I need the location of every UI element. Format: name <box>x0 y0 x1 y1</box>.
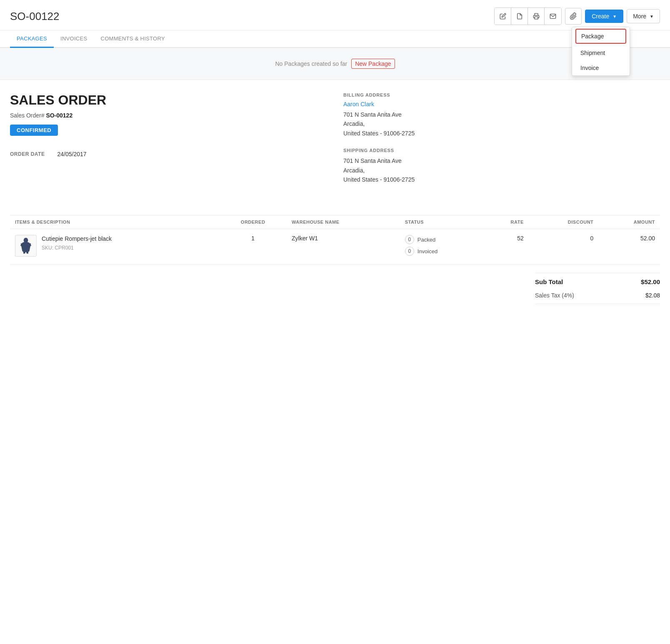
attach-button[interactable] <box>565 8 582 25</box>
product-info: Cutiepie Rompers-jet black SKU: CPR001 <box>15 235 214 257</box>
cell-amount: 52.00 <box>598 229 660 265</box>
packed-label: Packed <box>418 237 435 243</box>
cell-discount: 0 <box>529 229 599 265</box>
invoiced-count: 0 <box>405 247 414 256</box>
left-section: SALES ORDER Sales Order# SO-00122 CONFIR… <box>10 92 327 194</box>
order-date-label: ORDER DATE <box>10 151 45 157</box>
cell-item: Cutiepie Rompers-jet black SKU: CPR001 <box>10 229 219 265</box>
create-dropdown-menu: Package Shipment Invoice <box>572 27 630 76</box>
create-button[interactable]: Create ▼ <box>585 10 623 23</box>
billing-address-section: BILLING ADDRESS Aaron Clark 701 N Santa … <box>343 92 660 138</box>
toolbar-icon-group <box>494 7 562 25</box>
product-details: Cutiepie Rompers-jet black SKU: CPR001 <box>42 235 112 251</box>
right-section: BILLING ADDRESS Aaron Clark 701 N Santa … <box>343 92 660 194</box>
status-invoiced-row: 0 Invoiced <box>405 247 479 256</box>
cell-status: 0 Packed 0 Invoiced <box>400 229 484 265</box>
subtotal-row: Sub Total $52.00 <box>535 273 660 289</box>
packages-empty-state: No Packages created so far New Package <box>0 48 670 80</box>
order-number: Sales Order# SO-00122 <box>10 112 327 119</box>
billing-address-line2: Arcadia, <box>343 119 660 128</box>
invoiced-label: Invoiced <box>418 248 438 255</box>
billing-address-label: BILLING ADDRESS <box>343 92 660 97</box>
subtotal-value: $52.00 <box>641 278 660 285</box>
order-number-value: SO-00122 <box>46 112 72 119</box>
create-caret-icon: ▼ <box>612 14 617 19</box>
col-header-amount: AMOUNT <box>598 215 660 229</box>
totals-section: Sub Total $52.00 Sales Tax (4%) $2.08 <box>0 265 670 312</box>
col-header-status: STATUS <box>400 215 484 229</box>
tax-row: Sales Tax (4%) $2.08 <box>535 289 660 304</box>
dropdown-item-shipment[interactable]: Shipment <box>572 45 630 60</box>
new-package-link[interactable]: New Package <box>351 59 395 69</box>
billing-address-line3: United States - 91006-2725 <box>343 129 660 138</box>
main-content: SALES ORDER Sales Order# SO-00122 CONFIR… <box>0 80 670 207</box>
items-table: ITEMS & DESCRIPTION ORDERED WAREHOUSE NA… <box>10 215 660 265</box>
more-button-label: More <box>633 13 646 20</box>
table-header-row: ITEMS & DESCRIPTION ORDERED WAREHOUSE NA… <box>10 215 660 229</box>
edit-button[interactable] <box>495 8 511 25</box>
order-date-row: ORDER DATE 24/05/2017 <box>10 151 327 157</box>
shipping-address-section: SHIPPING ADDRESS 701 N Santa Anita Ave A… <box>343 148 660 184</box>
table-row: Cutiepie Rompers-jet black SKU: CPR001 1… <box>10 229 660 265</box>
shipping-address-line2: Arcadia, <box>343 166 660 175</box>
dropdown-item-invoice[interactable]: Invoice <box>572 60 630 75</box>
pdf-button[interactable] <box>511 8 528 25</box>
status-badge: CONFIRMED <box>10 125 58 136</box>
page-title: SO-00122 <box>10 10 60 23</box>
col-header-rate: RATE <box>484 215 529 229</box>
sales-order-heading: SALES ORDER <box>10 92 327 108</box>
billing-address-name[interactable]: Aaron Clark <box>343 101 660 107</box>
shipping-address-line1: 701 N Santa Anita Ave <box>343 156 660 165</box>
more-button[interactable]: More ▼ <box>627 9 660 23</box>
tax-value: $2.08 <box>645 292 660 299</box>
tab-invoices[interactable]: INVOICES <box>54 30 94 48</box>
status-packed-row: 0 Packed <box>405 235 479 244</box>
tab-packages[interactable]: PACKAGES <box>10 30 54 48</box>
svg-point-1 <box>24 238 28 243</box>
tabs-bar: PACKAGES INVOICES COMMENTS & HISTORY <box>0 30 670 48</box>
dropdown-item-package[interactable]: Package <box>575 29 626 44</box>
email-button[interactable] <box>545 8 561 25</box>
more-caret-icon: ▼ <box>650 14 654 19</box>
product-name: Cutiepie Rompers-jet black <box>42 235 112 243</box>
cell-rate: 52 <box>484 229 529 265</box>
svg-rect-0 <box>535 17 538 19</box>
col-header-discount: DISCOUNT <box>529 215 599 229</box>
totals-table: Sub Total $52.00 Sales Tax (4%) $2.08 <box>535 273 660 304</box>
col-header-item: ITEMS & DESCRIPTION <box>10 215 219 229</box>
packed-count: 0 <box>405 235 414 244</box>
print-button[interactable] <box>528 8 545 25</box>
billing-address-line1: 701 N Santa Anita Ave <box>343 110 660 119</box>
create-button-label: Create <box>592 13 609 20</box>
shipping-address-label: SHIPPING ADDRESS <box>343 148 660 153</box>
subtotal-label: Sub Total <box>535 278 563 285</box>
packages-empty-text: No Packages created so far <box>275 60 347 67</box>
shipping-address-line3: United States - 91006-2725 <box>343 175 660 184</box>
order-number-label: Sales Order# <box>10 112 44 119</box>
header-actions: Create ▼ More ▼ Package Shipment Invoice <box>494 7 660 25</box>
tax-label: Sales Tax (4%) <box>535 292 574 299</box>
col-header-warehouse: WAREHOUSE NAME <box>287 215 400 229</box>
product-image <box>15 235 37 257</box>
order-date-value: 24/05/2017 <box>57 151 86 157</box>
cell-ordered: 1 <box>219 229 287 265</box>
items-table-container: ITEMS & DESCRIPTION ORDERED WAREHOUSE NA… <box>0 215 670 265</box>
product-sku: SKU: CPR001 <box>42 245 112 251</box>
page-header: SO-00122 <box>0 0 670 30</box>
tab-comments[interactable]: COMMENTS & HISTORY <box>94 30 172 48</box>
cell-warehouse: Zylker W1 <box>287 229 400 265</box>
col-header-ordered: ORDERED <box>219 215 287 229</box>
